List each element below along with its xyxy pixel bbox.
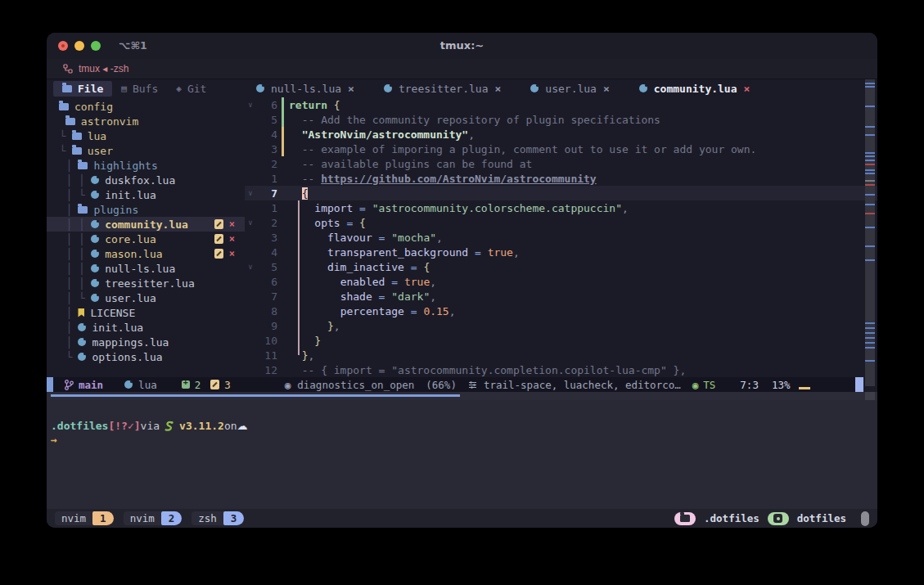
tree-item-plugins[interactable]: │plugins [47, 202, 245, 217]
tree-item-community-lua[interactable]: │ │community.lua× [47, 217, 245, 232]
buffer-tab-community-lua[interactable]: community.lua× [639, 83, 750, 95]
tree-item-label: plugins [93, 204, 138, 216]
tree-item-core-lua[interactable]: │ │core.lua× [47, 232, 245, 246]
diagnostics-icon: ◉ [285, 379, 291, 391]
tmux-status-bar: nvim1nvim2zsh3 .dotfiles dotfiles [47, 509, 877, 528]
fold-arrow-icon[interactable]: ∨ [245, 101, 256, 109]
git-sign [282, 112, 284, 127]
minimap-stripe [865, 204, 875, 205]
statusline-right-block [855, 377, 863, 392]
divider-right-block [865, 392, 875, 400]
code-text: -- Add the community repository of plugi… [289, 114, 660, 126]
tree-item-config[interactable]: config [47, 99, 245, 114]
mode-indicator-block [47, 377, 53, 392]
tree-item-label: config [74, 101, 113, 113]
buffer-tab-label: user.lua [545, 83, 597, 95]
tree-guides: │ │ [53, 233, 85, 245]
tree-item-label: treesitter.lua [105, 277, 195, 290]
lua-file-icon [78, 338, 86, 346]
close-buffer-icon[interactable]: × [348, 83, 354, 95]
lua-file-icon [256, 84, 264, 92]
neotree-tab-bufs[interactable]: ▤Bufs [112, 81, 167, 97]
line-number: 7 [256, 290, 277, 303]
line-number: 6 [256, 99, 277, 111]
line-number: 11 [256, 349, 277, 362]
tree-item-duskfox-lua[interactable]: │ │duskfox.lua [47, 173, 245, 187]
tree-guides: │ [53, 204, 72, 216]
tmux-window-2[interactable]: nvim2 [124, 511, 183, 525]
neotree-tab-label: Git [187, 83, 206, 95]
tree-item-user[interactable]: └user [47, 143, 245, 158]
git-sign [282, 274, 284, 289]
git-sign [282, 186, 284, 200]
scrollbar-minimap[interactable] [865, 79, 875, 386]
fold-arrow-icon[interactable]: ∨ [245, 189, 256, 197]
tree-item-init-lua[interactable]: │init.lua [47, 320, 245, 335]
tree-item-treesitter-lua[interactable]: │ │treesitter.lua [47, 276, 245, 290]
active-tools: trail-space, luacheck, editorco… [468, 379, 681, 391]
tree-item-null-ls-lua[interactable]: │ │null-ls.lua [47, 261, 245, 276]
buffer-tab-user-lua[interactable]: user.lua× [530, 83, 609, 95]
tree-item-label: user.lua [105, 292, 156, 304]
tree-item-astronvim[interactable]: astronvim [47, 114, 245, 128]
code-line: ∨5 dim_inactive = { [245, 259, 877, 274]
line-number: 10 [256, 335, 277, 347]
buffer-tab-null-ls-lua[interactable]: null-ls.lua× [256, 83, 354, 95]
tree-item-label: null-ls.lua [105, 263, 175, 275]
repo-label: dotfiles [797, 512, 846, 524]
minimap-stripe [865, 160, 875, 161]
lua-file-icon [78, 323, 86, 331]
line-number: 6 [256, 276, 277, 288]
pencil-icon [210, 380, 219, 389]
tmux-window-name: zsh [192, 511, 223, 525]
git-branch[interactable]: main [65, 379, 103, 391]
minimap-stripe [865, 184, 875, 186]
fold-arrow-icon[interactable]: ∨ [245, 218, 256, 227]
editor[interactable]: ∨6return {5 -- Add the community reposit… [245, 97, 877, 377]
code-text: dim_inactive = { [289, 261, 430, 273]
tree-item-label: lua [88, 130, 106, 142]
code-text: -- https://github.com/AstroNvim/astrocom… [289, 173, 597, 185]
shell-pane[interactable]: .dotfiles [!?✓] via v3.11.2 on ☁ → [47, 400, 877, 509]
tree-guides: └ [53, 145, 66, 157]
code-line: 1 -- https://github.com/AstroNvim/astroc… [245, 171, 877, 186]
tree-item-LICENSE[interactable]: │LICENSE [47, 305, 245, 320]
neotree-tab-git[interactable]: ◈Git [167, 81, 215, 97]
fold-arrow-icon[interactable]: ∨ [245, 263, 256, 271]
titlebar: ⌥⌘1 tmux:~ [47, 33, 877, 59]
line-number: 9 [256, 320, 277, 332]
tree-item-mappings-lua[interactable]: │mappings.lua [47, 335, 245, 349]
tmux-window-3[interactable]: zsh3 [192, 511, 244, 525]
code-area: ∨6return {5 -- Add the community reposit… [245, 97, 877, 377]
tree-item-highlights[interactable]: │highlights [47, 158, 245, 173]
buffer-tab-treesitter-lua[interactable]: treesitter.lua× [384, 83, 501, 95]
neotree-tab-file[interactable]: File [53, 81, 112, 97]
code-text: import = "astrocommunity.colorscheme.cat… [289, 202, 629, 214]
tree-item-mason-lua[interactable]: │ │mason.lua× [47, 246, 245, 261]
github-icon [773, 514, 782, 523]
close-buffer-icon[interactable]: × [603, 83, 610, 95]
close-buffer-icon[interactable]: × [744, 83, 750, 95]
code-line: ∨2 opts = { [245, 215, 877, 230]
terminal-tab-bar[interactable]: tmux ◂ -zsh [47, 59, 877, 79]
tmux-pane-divider[interactable] [47, 392, 877, 400]
tmux-window-number: 3 [223, 511, 245, 525]
tree-item-init-lua[interactable]: │ └init.lua [47, 187, 245, 202]
code-line: ∨6return { [245, 97, 877, 112]
session-path-label: .dotfiles [704, 512, 759, 524]
tree-item-lua[interactable]: └lua [47, 128, 245, 143]
filetype: lua [124, 379, 157, 391]
code-text: return { [289, 99, 340, 111]
git-sign [282, 171, 284, 186]
tree-guides: └ [53, 130, 66, 142]
tree-guides: │ └ [53, 189, 85, 201]
git-sign [282, 142, 284, 156]
git-sign [282, 215, 284, 230]
tree-item-user-lua[interactable]: │ └user.lua [47, 290, 245, 305]
license-icon [78, 308, 84, 317]
tmux-window-1[interactable]: nvim1 [55, 511, 114, 525]
neotree-tab-label: Bufs [133, 83, 158, 95]
tree-item-options-lua[interactable]: └options.lua [47, 349, 245, 364]
close-buffer-icon[interactable]: × [495, 83, 502, 95]
folder-icon [62, 85, 72, 92]
